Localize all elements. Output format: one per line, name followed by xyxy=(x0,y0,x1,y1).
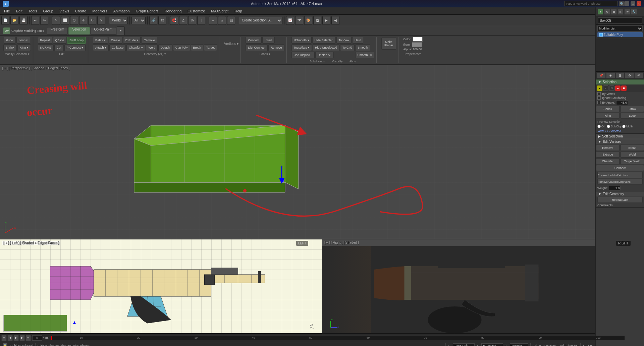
subobj-radio-label[interactable]: SubObj xyxy=(607,125,621,128)
menu-rendering[interactable]: Rendering xyxy=(162,8,184,14)
grow-button[interactable]: Grow xyxy=(4,37,16,44)
edge-icon[interactable]: / xyxy=(603,85,608,91)
repeat-last-button[interactable]: Repeat Last xyxy=(597,197,643,203)
material-editor-btn[interactable]: 🎨 xyxy=(304,16,312,25)
viewport-left-label[interactable]: [ + ] [ Left ] [ Shaded + Edged Faces ] xyxy=(2,241,60,245)
msmooth-button[interactable]: MSmooth ▾ xyxy=(291,37,312,44)
smooth30-button[interactable]: Smooth 30 xyxy=(355,52,375,58)
pconnect-button[interactable]: P Connect ▾ xyxy=(64,44,86,51)
snap-toggle[interactable]: 🧲 xyxy=(170,16,178,25)
hide-unselected-button[interactable]: Hide Unselected xyxy=(313,44,339,51)
chamfer-ev-button[interactable]: Chamfer xyxy=(596,158,620,164)
search-icon[interactable]: 🔍 xyxy=(619,1,625,6)
editable-poly-modifier[interactable]: Editable Poly xyxy=(597,32,643,37)
reference-coord-dropdown[interactable]: World xyxy=(109,17,128,24)
loop-button-panel[interactable]: Loop xyxy=(621,113,644,119)
extrude-ev-button[interactable]: Extrude xyxy=(596,152,620,158)
smooth-button[interactable]: Smooth xyxy=(355,44,370,51)
ribbon-group-edit-title[interactable]: Edit xyxy=(59,52,65,56)
modifier-checkbox[interactable] xyxy=(599,33,603,37)
subobj-radio[interactable] xyxy=(607,125,610,128)
menu-file[interactable]: File xyxy=(1,8,13,14)
spinner-snap[interactable]: ↕ xyxy=(197,16,205,25)
menu-edit[interactable]: Edit xyxy=(13,8,25,14)
tessellate-button[interactable]: Tessellate ▾ xyxy=(291,44,312,51)
panel-tab-create[interactable]: ✦ xyxy=(597,9,603,15)
timeline-track[interactable]: 10 20 30 40 50 60 70 80 90 100 xyxy=(51,336,625,340)
goto-end-button[interactable]: ⏭ xyxy=(25,335,31,341)
element-icon[interactable]: ◼ xyxy=(621,85,627,91)
viewport-right-label[interactable]: [ + ] [ Right ] [ Shaded ] xyxy=(324,241,359,244)
close-button[interactable]: ✕ xyxy=(637,1,641,6)
select-name-button[interactable]: ⬜ xyxy=(61,16,69,25)
menu-group[interactable]: Group xyxy=(40,8,56,14)
redo-button[interactable]: ↪ xyxy=(40,16,48,25)
dist-connect-button[interactable]: Dist Connect xyxy=(246,44,268,51)
vertex-icon[interactable]: ● xyxy=(597,85,602,91)
search-input[interactable] xyxy=(564,1,618,6)
make-planar-button[interactable]: MakePlanar xyxy=(381,38,396,50)
color-swatch[interactable] xyxy=(413,37,423,42)
weight-input[interactable] xyxy=(609,186,621,190)
move-button[interactable]: ✛ xyxy=(79,16,87,25)
unlink-button[interactable]: ⛓ xyxy=(158,16,166,25)
repeat-button[interactable]: Repeat xyxy=(38,37,52,44)
by-angle-checkbox[interactable] xyxy=(597,101,601,104)
connect-ev-button[interactable]: Connect xyxy=(596,165,644,171)
current-frame-input[interactable] xyxy=(32,335,42,341)
menu-views[interactable]: Views xyxy=(57,8,72,14)
edit-geometry-header[interactable]: ▼ Edit Geometry xyxy=(596,191,644,196)
layer-button[interactable]: ▤ xyxy=(227,16,235,25)
y-coord-input[interactable] xyxy=(481,343,503,346)
break-ev-button[interactable]: Break xyxy=(621,145,644,151)
pin-stack-button[interactable]: 📌 xyxy=(597,72,606,78)
grow-button-panel[interactable]: Grow xyxy=(621,106,644,112)
curve-editor-btn[interactable]: 📈 xyxy=(286,16,294,25)
all-dropdown[interactable]: All xyxy=(131,17,146,24)
menu-graph-editors[interactable]: Graph Editors xyxy=(133,8,161,14)
z-coord-input[interactable] xyxy=(510,343,528,346)
render-btn[interactable]: ▶ xyxy=(322,16,330,25)
by-angle-input[interactable] xyxy=(616,100,628,105)
tab-freeform[interactable]: Freeform xyxy=(47,27,68,35)
remove-loops-button[interactable]: Remove xyxy=(268,44,284,51)
viewport-perspective-label[interactable]: [ + ] [ Perspective ] [ Shaded + Edged F… xyxy=(2,66,70,70)
cut-button[interactable]: Cut xyxy=(54,44,64,51)
swift-loop-button[interactable]: Swift Loop xyxy=(67,37,86,44)
tab-object-paint[interactable]: Object Paint xyxy=(91,27,116,35)
extrude-button[interactable]: Extrude ▾ xyxy=(123,37,141,44)
remove-ev-button[interactable]: Remove xyxy=(596,145,620,151)
weld-button[interactable]: Weld xyxy=(146,44,157,51)
undo-button[interactable]: ↩ xyxy=(31,16,39,25)
detach-button[interactable]: Detach xyxy=(158,44,173,51)
shrink-button[interactable]: Shrink xyxy=(3,44,17,51)
minimize-button[interactable]: ─ xyxy=(625,1,629,6)
remove-modifier-button[interactable]: 🗑 xyxy=(615,72,625,78)
chamfer-button[interactable]: Chamfer ▾ xyxy=(126,44,145,51)
viewport-perspective[interactable]: [ + ] [ Perspective ] [ Shaded + Edged F… xyxy=(0,65,644,239)
border-icon[interactable]: ⬡ xyxy=(609,85,614,91)
polygon-icon[interactable]: ■ xyxy=(615,85,621,91)
modifier-list-dropdown[interactable]: Modifier List xyxy=(597,25,643,32)
scale-button[interactable]: ⤡ xyxy=(97,16,105,25)
ignore-backfacing-checkbox[interactable] xyxy=(597,96,601,100)
off-radio[interactable] xyxy=(597,125,601,128)
link-button[interactable]: 🔗 xyxy=(149,16,157,25)
new-button[interactable]: 📄 xyxy=(1,16,9,25)
panel-tab-display[interactable]: 👁 xyxy=(624,9,630,15)
mirror-button[interactable]: ⇔ xyxy=(209,16,217,25)
goto-start-button[interactable]: ⏮ xyxy=(1,335,7,341)
to-grid-button[interactable]: To Grid xyxy=(340,44,355,51)
illum-swatch[interactable] xyxy=(412,42,422,47)
loop-button[interactable]: Loop ▾ xyxy=(16,37,31,44)
open-button[interactable]: 📂 xyxy=(10,16,18,25)
use-displace-button[interactable]: Use Displac... xyxy=(291,52,315,58)
prev-frame-button[interactable]: ◀ xyxy=(7,335,13,341)
angle-snap[interactable]: ∠ xyxy=(179,16,187,25)
to-view-button[interactable]: To View xyxy=(336,37,352,44)
schematic-view-btn[interactable]: 🗺 xyxy=(295,16,303,25)
show-result-button[interactable]: 👁 xyxy=(634,72,643,78)
ring-button-panel[interactable]: Ring xyxy=(596,113,620,119)
make-unique-button[interactable]: ◈ xyxy=(606,72,615,78)
x-coord-input[interactable] xyxy=(453,343,475,346)
